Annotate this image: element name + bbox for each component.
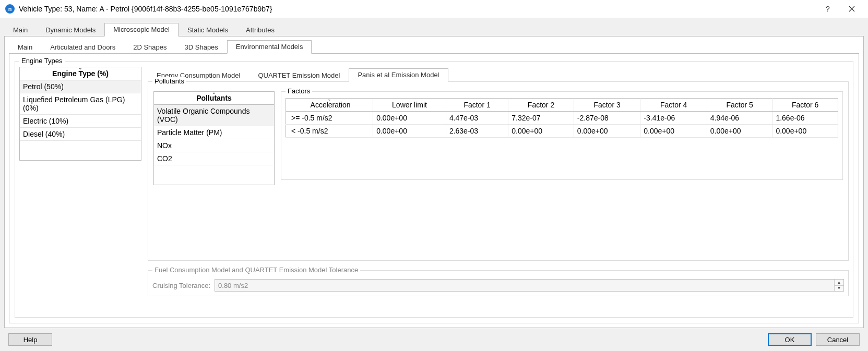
tolerance-legend: Fuel Consumption Model and QUARTET Emiss…	[152, 266, 360, 274]
inner-tab-articulated[interactable]: Articulated and Doors	[41, 41, 124, 54]
engine-type-row[interactable]: Electric (10%)	[20, 115, 141, 128]
pollutants-group: Pollutants ⌄ Pollutants Volatile Organ	[148, 81, 849, 261]
spin-down-icon: ▼	[834, 286, 843, 292]
tab-panis-emission[interactable]: Panis et al Emission Model	[349, 68, 448, 82]
engine-types-group: Engine Types ⌄ Engine Type (%) Petrol (5…	[15, 61, 853, 318]
cruising-tolerance-input	[215, 279, 844, 292]
col-acceleration[interactable]: ⌄Acceleration	[286, 99, 373, 112]
col-factor-2[interactable]: Factor 2	[508, 99, 574, 112]
cell[interactable]: >= -0.5 m/s2	[286, 112, 373, 125]
pollutants-legend: Pollutants	[152, 77, 186, 85]
cell[interactable]: 0.00e+00	[373, 125, 446, 138]
cell[interactable]: 0.00e+00	[508, 125, 574, 138]
pollutants-header[interactable]: ⌄ Pollutants	[154, 92, 274, 105]
window-title: Vehicle Type: 53, Name: A - Petrol {9006…	[19, 5, 816, 13]
tab-main[interactable]: Main	[4, 23, 37, 37]
pollutant-row[interactable]: Particle Matter (PM)	[154, 126, 274, 139]
factors-row[interactable]: < -0.5 m/s2 0.00e+00 2.63e-03 0.00e+00 0…	[286, 125, 838, 138]
inner-tab-2d-shapes[interactable]: 2D Shapes	[124, 41, 175, 54]
chevron-down-icon: ⌄	[212, 91, 216, 94]
factors-legend: Factors	[286, 87, 312, 95]
tab-static-models[interactable]: Static Models	[179, 23, 237, 37]
cell[interactable]: 4.94e-06	[707, 112, 772, 125]
cell[interactable]: 0.00e+00	[707, 125, 772, 138]
inner-tab-environmental[interactable]: Environmental Models	[227, 40, 312, 54]
engine-type-row[interactable]: Liquefied Petroleum Gas (LPG) (0%)	[20, 93, 141, 115]
tolerance-spinner: ▲ ▼	[834, 280, 843, 291]
tolerance-input-wrap: ▲ ▼	[215, 279, 844, 292]
tolerance-label: Cruising Tolerance:	[152, 282, 210, 289]
pollutant-row[interactable]: CO2	[154, 152, 274, 165]
inner-tab-row: Main Articulated and Doors 2D Shapes 3D …	[9, 40, 859, 53]
client-area: Main Dynamic Models Microscopic Model St…	[0, 18, 868, 351]
cell[interactable]: 0.00e+00	[640, 125, 707, 138]
cell[interactable]: 1.66e-06	[772, 112, 838, 125]
cell[interactable]: -2.87e-08	[574, 112, 640, 125]
engine-type-row[interactable]: Petrol (50%)	[20, 80, 141, 93]
cell[interactable]: 0.00e+00	[574, 125, 640, 138]
close-button[interactable]	[840, 1, 864, 17]
engine-type-row[interactable]: Diesel (40%)	[20, 128, 141, 141]
help-dialog-button[interactable]: Help	[8, 333, 52, 346]
model-tab-row: Energy Consumption Model QUARTET Emissio…	[148, 68, 849, 81]
dialog-window: n Vehicle Type: 53, Name: A - Petrol {90…	[0, 0, 868, 351]
cell[interactable]: 4.47e-03	[446, 112, 508, 125]
tab-dynamic-models[interactable]: Dynamic Models	[37, 23, 104, 37]
chevron-down-icon: ⌄	[78, 66, 82, 69]
cell[interactable]: -3.41e-06	[640, 112, 707, 125]
tab-attributes[interactable]: Attributes	[237, 23, 283, 37]
col-factor-6[interactable]: Factor 6	[772, 99, 838, 112]
ok-button[interactable]: OK	[768, 333, 812, 346]
dialog-button-row: Help OK Cancel	[4, 328, 864, 351]
cell[interactable]: 0.00e+00	[772, 125, 838, 138]
engine-type-blank-row	[20, 141, 141, 154]
col-factor-1[interactable]: Factor 1	[446, 99, 508, 112]
factors-row[interactable]: >= -0.5 m/s2 0.00e+00 4.47e-03 7.32e-07 …	[286, 112, 838, 125]
factors-group: Factors ⌄Acceleration Lower limit Factor…	[281, 91, 843, 180]
factors-table: ⌄Acceleration Lower limit Factor 1 Facto…	[286, 98, 838, 138]
close-icon	[849, 6, 855, 12]
cell[interactable]: < -0.5 m/s2	[286, 125, 373, 138]
pollutants-list: ⌄ Pollutants Volatile Organic Compounds …	[153, 91, 275, 185]
inner-tab-3d-shapes[interactable]: 3D Shapes	[176, 41, 227, 54]
pollutant-row[interactable]: NOx	[154, 139, 274, 152]
cell[interactable]: 0.00e+00	[373, 112, 446, 125]
col-factor-3[interactable]: Factor 3	[574, 99, 640, 112]
pollutant-row[interactable]: Volatile Organic Compounds (VOC)	[154, 105, 274, 126]
col-factor-5[interactable]: Factor 5	[707, 99, 772, 112]
app-icon: n	[5, 4, 15, 14]
help-button[interactable]: ?	[816, 1, 840, 17]
chevron-down-icon: ⌄	[327, 98, 331, 101]
tolerance-group: Fuel Consumption Model and QUARTET Emiss…	[148, 270, 849, 296]
cell[interactable]: 2.63e-03	[446, 125, 508, 138]
tab-microscopic-model[interactable]: Microscopic Model	[104, 23, 179, 37]
engine-types-legend: Engine Types	[19, 57, 65, 65]
spin-up-icon: ▲	[834, 280, 843, 286]
cancel-button[interactable]: Cancel	[816, 333, 860, 346]
col-factor-4[interactable]: Factor 4	[640, 99, 707, 112]
inner-tab-page: Engine Types ⌄ Engine Type (%) Petrol (5…	[9, 53, 859, 323]
engine-type-header[interactable]: ⌄ Engine Type (%)	[20, 67, 141, 80]
inner-tab-main[interactable]: Main	[9, 41, 41, 54]
col-lower-limit[interactable]: Lower limit	[373, 99, 446, 112]
engine-type-list: ⌄ Engine Type (%) Petrol (50%) Liquefied…	[19, 67, 141, 161]
outer-tab-row: Main Dynamic Models Microscopic Model St…	[4, 22, 864, 36]
cell[interactable]: 7.32e-07	[508, 112, 574, 125]
factors-header-row: ⌄Acceleration Lower limit Factor 1 Facto…	[286, 99, 838, 112]
tab-quartet-emission[interactable]: QUARTET Emission Model	[249, 69, 349, 82]
pollutant-blank-row	[154, 165, 274, 179]
outer-tab-page: Main Articulated and Doors 2D Shapes 3D …	[4, 36, 864, 328]
emission-model-pane: Energy Consumption Model QUARTET Emissio…	[148, 67, 849, 296]
titlebar: n Vehicle Type: 53, Name: A - Petrol {90…	[0, 0, 868, 18]
